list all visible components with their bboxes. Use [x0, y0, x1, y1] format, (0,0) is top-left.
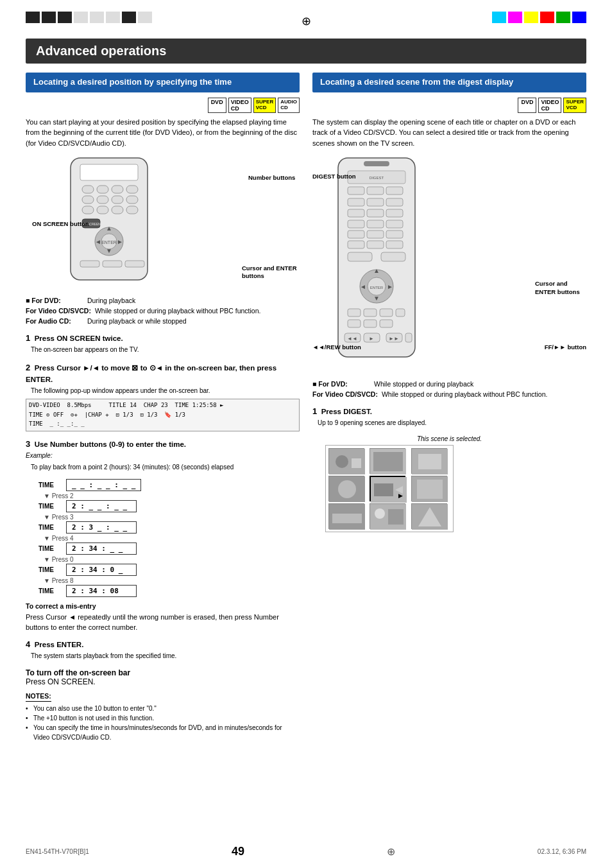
svg-rect-89 — [388, 509, 404, 525]
time-row-0: TIME _ _ : _ _ : _ _ — [38, 479, 300, 491]
right-condition-table: ■ For DVD: While stopped or during playb… — [312, 379, 586, 400]
left-format-badges: DVD VIDEO CD SUPER VCD AUDIO CD — [26, 98, 300, 113]
svg-rect-86 — [332, 514, 362, 523]
svg-rect-39 — [348, 220, 364, 228]
svg-text:►: ► — [369, 336, 374, 342]
thumb-8 — [370, 503, 405, 529]
svg-rect-40 — [367, 220, 384, 228]
bottom-bar — [0, 863, 612, 868]
popup-row-3: TIME _ :_ _:_ _ — [29, 420, 296, 429]
svg-rect-36 — [348, 209, 364, 217]
svg-rect-31 — [367, 187, 384, 195]
svg-rect-13 — [126, 206, 138, 214]
svg-rect-63 — [380, 320, 393, 327]
right-remote-svg: DIGEST — [325, 155, 428, 360]
svg-text:ENTER: ENTER — [370, 286, 384, 290]
svg-rect-84 — [417, 480, 443, 499]
label-number-buttons: Number buttons — [248, 174, 300, 182]
footer-left: EN41-54TH-V70R[B]1 — [26, 848, 89, 855]
press-3: ▼ Press 3 — [44, 514, 300, 521]
left-remote-diagram: ON SCREEN ▲ ▼ ◄ ► ENTER Number butt — [32, 155, 300, 290]
time-row-3: TIME 2 : 34 : _ _ — [38, 542, 300, 555]
svg-text:◄: ◄ — [95, 238, 101, 245]
left-section-header: Locating a desired position by specifyin… — [26, 73, 300, 92]
time-sequence: TIME _ _ : _ _ : _ _ ▼ Press 2 TIME 2 : … — [38, 479, 300, 597]
svg-rect-9 — [126, 196, 138, 204]
svg-rect-57 — [348, 309, 361, 317]
svg-rect-10 — [82, 206, 94, 214]
two-column-layout: Locating a desired position by specifyin… — [26, 73, 586, 747]
svg-rect-2 — [82, 186, 94, 193]
svg-rect-61 — [348, 320, 361, 327]
step-3-example-text: To play back from a point 2 (hours): 34 … — [31, 464, 234, 471]
page-content: Advanced operations Locating a desired p… — [26, 39, 586, 829]
svg-rect-77 — [418, 454, 441, 469]
svg-rect-73 — [352, 458, 361, 468]
svg-rect-38 — [386, 209, 403, 217]
time-row-2: TIME 2 : 3 _ : _ _ — [38, 521, 300, 534]
step-4: 4 Press ENTER. The system starts playbac… — [26, 638, 300, 662]
popup-row-1: DVD-VIDEO 8.5Mbps TITLE 14 CHAP 23 TIME … — [29, 401, 296, 410]
svg-text:ENTER: ENTER — [101, 240, 117, 245]
step-1-detail: The on-screen bar appears on the TV. — [31, 346, 139, 353]
svg-text:►►: ►► — [389, 336, 399, 342]
right-condition-vcd: For Video CD/SVCD: While stopped or duri… — [312, 390, 586, 400]
press-8: ▼ Press 8 — [44, 577, 300, 584]
svg-rect-37 — [367, 209, 384, 217]
right-remote-diagram: DIGEST — [312, 155, 586, 373]
right-section-header: Locating a desired scene from the digest… — [312, 73, 586, 92]
left-remote-svg: ON SCREEN ▲ ▼ ◄ ► ENTER — [58, 155, 160, 283]
page-title: Advanced operations — [26, 39, 586, 64]
press-4: ▼ Press 4 — [44, 535, 300, 542]
svg-rect-41 — [386, 220, 403, 228]
svg-rect-12 — [112, 206, 123, 214]
notes-title: NOTES: — [26, 691, 51, 702]
label-ff-button: FF/►► button — [545, 343, 586, 351]
svg-rect-24 — [103, 261, 122, 267]
svg-rect-23 — [80, 261, 99, 267]
svg-rect-7 — [97, 196, 108, 204]
svg-text:▼: ▼ — [106, 247, 112, 254]
top-bar-left — [26, 12, 152, 23]
right-intro-text: The system can display the opening scene… — [312, 117, 586, 149]
mis-entry-text: Press Cursor ◄ repeatedly until the wron… — [26, 612, 300, 633]
left-condition-table: ■ For DVD: During playback For Video CD/… — [26, 296, 300, 326]
thumb-5-selected: ▶ — [370, 476, 405, 501]
svg-text:▲: ▲ — [106, 225, 112, 232]
thumb-7 — [328, 503, 364, 529]
mis-entry-header: To correct a mis-entry — [26, 602, 300, 610]
page-number: 49 — [232, 845, 244, 858]
note-1: • You can also use the 10 button to ente… — [26, 704, 300, 713]
condition-row-dvd: ■ For DVD: During playback — [26, 296, 300, 306]
svg-rect-34 — [367, 198, 384, 206]
thumb-9 — [411, 503, 447, 529]
svg-rect-75 — [373, 452, 403, 471]
notes-section: NOTES: • You can also use the 10 button … — [26, 691, 300, 743]
svg-rect-43 — [367, 230, 384, 238]
svg-text:◄: ◄ — [360, 283, 366, 290]
popup-bar: DVD-VIDEO 8.5Mbps TITLE 14 CHAP 23 TIME … — [26, 399, 300, 431]
svg-rect-48 — [348, 252, 372, 261]
right-step-1-title: Press DIGEST. — [321, 408, 372, 415]
svg-rect-46 — [367, 241, 384, 248]
svg-rect-30 — [348, 187, 364, 195]
svg-rect-49 — [381, 252, 405, 261]
thumb-2 — [370, 448, 405, 474]
svg-rect-33 — [348, 198, 364, 206]
svg-rect-3 — [97, 186, 108, 193]
press-2: ▼ Press 2 — [44, 492, 300, 499]
svg-rect-44 — [386, 230, 403, 238]
right-step-1: 1 Press DIGEST. Up to 9 opening scenes a… — [312, 405, 586, 429]
right-condition-dvd: ■ For DVD: While stopped or during playb… — [312, 379, 586, 390]
label-on-screen: ON SCREEN button — [32, 220, 89, 227]
time-row-5: TIME 2 : 34 : 08 — [38, 585, 300, 597]
turn-off-text: Press ON SCREEN. — [26, 677, 96, 686]
step-4-detail: The system starts playback from the spec… — [31, 652, 176, 659]
svg-point-79 — [338, 480, 356, 498]
badge-dvd: DVD — [208, 98, 226, 113]
svg-text:►: ► — [387, 283, 393, 290]
turn-off-section: To turn off the on-screen bar Press ON S… — [26, 668, 300, 686]
thumb-6 — [411, 476, 447, 501]
footer-right: 02.3.12, 6:36 PM — [538, 848, 586, 855]
svg-rect-81 — [374, 483, 393, 496]
